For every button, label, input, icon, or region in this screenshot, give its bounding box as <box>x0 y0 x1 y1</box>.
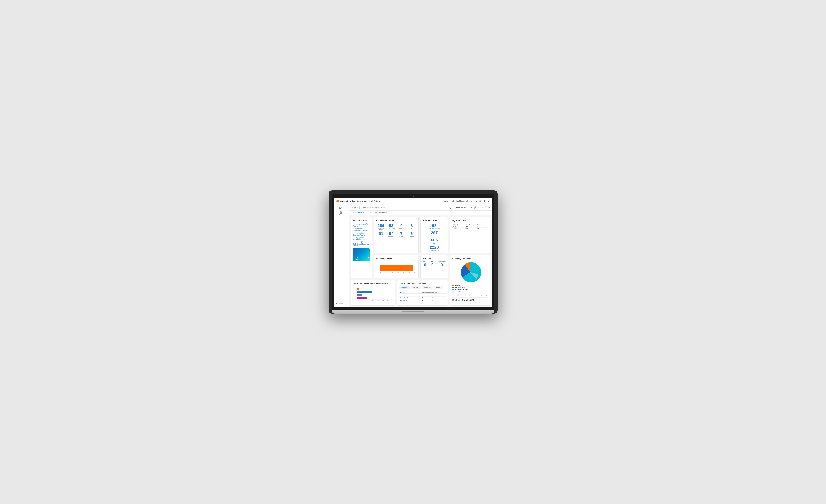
header-right: hawkupgrade_July22-fromselfservice ▾ 🔍 👤… <box>444 200 490 202</box>
stat-label-metric: METRIC <box>407 236 416 238</box>
pie-note: Domain (4), Sub Domain (52), Business Te… <box>453 294 488 296</box>
stat-calculation: 2223 <box>423 245 446 250</box>
glossary-card: Glossary Assets 0 <box>374 255 419 278</box>
browse-by-label: Browse By <box>454 206 463 208</box>
cloud-tabs: Tableau ... ADLS C... AmazonS... Datab..… <box>400 286 446 289</box>
legend-dot-domain <box>453 285 454 286</box>
table-icon[interactable]: ⊞ <box>464 206 466 209</box>
help-link-technical[interactable]: Understanding Technical Assets <box>353 237 370 240</box>
stat-column: 605 <box>423 238 446 243</box>
help-link-browse[interactable]: Browse & Search for Assets <box>353 223 370 227</box>
database-icon[interactable]: 🗄 <box>467 206 469 209</box>
stat-process: 54 PROCESS <box>387 231 396 237</box>
jobs-stats: FAILED 0 RUNNING 0 COMPLETED 0 <box>423 261 446 267</box>
cloud-row-1-name[interactable]: Customer Order Test <box>400 294 421 297</box>
help-link-lineage[interactable]: Data Lineage <box>353 241 370 243</box>
legend-dot-subdomain <box>453 287 454 288</box>
tag-icon[interactable]: 🏷 <box>482 206 484 209</box>
search-input[interactable] <box>363 206 448 208</box>
issue-link-1[interactable]: Produ... <box>453 225 464 228</box>
business-bar-chart: 0 25 50 75 100 125 150 175 <box>353 286 393 303</box>
pie-chart-container: Domain: 4 Sub Domain: 52 Business Term: … <box>453 261 488 296</box>
search-type-select[interactable]: Basic ▾ <box>351 206 360 209</box>
job-label-failed: FAILED <box>423 261 427 263</box>
cloud-row-3-name[interactable]: Monthly Call <box>400 300 421 303</box>
app-logo: Informatica Data Governance and Catalog <box>336 200 381 203</box>
help-links: Browse & Search for Assets Create Assets… <box>353 223 370 247</box>
collapse-label: Collapse <box>338 303 344 305</box>
legend-subdomain: Sub Domain: 52 <box>453 287 488 288</box>
table-row: Edited... Open Wei... <box>453 228 488 230</box>
search-type-value: Basic <box>352 206 357 208</box>
copy-icon[interactable]: ⧉ <box>488 206 490 209</box>
tabs-more-button[interactable]: ··· <box>488 211 490 214</box>
cloud-tab-tableau[interactable]: Tableau ... <box>400 286 410 289</box>
technical-card: Technical Assets 98 CATALOG SOURCE 297 T… <box>420 217 448 254</box>
table-row: Customer Order Test Tableau_sales_kpis <box>400 294 446 297</box>
issue-link-2[interactable]: Edited... <box>453 228 464 230</box>
svg-rect-15 <box>357 294 362 296</box>
search-input-wrap: 🔍 <box>361 206 453 209</box>
help-link-create[interactable]: Create Assets <box>353 228 370 229</box>
legend-label-business-term: Business Term: 186 <box>455 289 468 290</box>
business-assets-title: Business Assets without Ownership <box>353 282 393 285</box>
stat-value-sub-domain: 52 <box>387 223 396 228</box>
help-link-workflows[interactable]: Workflows & Tickets <box>353 230 370 232</box>
cloud-tab-amazon[interactable]: AmazonS... <box>422 286 433 289</box>
glossary-concepts-card: Glossary Concepts <box>450 255 490 306</box>
help-link-business[interactable]: Understanding Business Assets <box>353 232 370 236</box>
new-label: New <box>338 207 341 209</box>
jobs-title: My Jobs <box>423 258 446 260</box>
tab-dg-dq[interactable]: DG & DQ Dashboard <box>368 210 390 215</box>
collapse-button[interactable]: ◀ Collapse <box>334 301 349 306</box>
svg-text:250: 250 <box>407 272 410 273</box>
legend-business-term: Business Term: 186 <box>453 289 488 290</box>
cloud-row-2-source: Tableau_sales_kpis <box>422 297 446 300</box>
concepts-title: Glossary Concepts <box>453 258 488 260</box>
svg-text:100: 100 <box>377 300 379 302</box>
svg-text:25: 25 <box>362 300 363 302</box>
table-row: Monthly Call Tableau_sales_kpis <box>400 300 446 303</box>
tab-my-dashboard[interactable]: My Dashboard <box>351 210 367 215</box>
search-bar: Basic ▾ 🔍 Browse By ⊞ 🗄 ☁ 🔗 <box>349 205 492 210</box>
cloud-tab-db[interactable]: Datab... <box>434 286 443 289</box>
cloud-tab-adls[interactable]: ADLS C... <box>411 286 421 289</box>
glossary-bar-chart: 0 0 50 100 150 <box>376 261 416 276</box>
informatica-logo-icon <box>336 200 339 203</box>
jobs-card: My Jobs FAILED 0 RUNNING 0 <box>420 255 448 278</box>
svg-rect-13 <box>357 288 359 290</box>
stat-value-process: 54 <box>387 231 396 236</box>
svg-rect-3 <box>380 265 413 271</box>
help-link-bulk[interactable]: Bulk Upload Business Assets <box>353 243 370 247</box>
business-chart-svg: 0 25 50 75 100 125 150 175 <box>353 286 393 303</box>
cloud-col-name: Name <box>400 291 421 294</box>
legend-dot-metric <box>453 291 454 292</box>
stat-policy: 91 POLICY <box>376 231 386 237</box>
stat-label-system: SYSTEM <box>397 236 406 238</box>
settings-icon[interactable]: ⚙ <box>478 206 480 209</box>
governance-card: Governance Assets 186 BUSINESS TERM 52 S… <box>374 217 419 254</box>
issue-status-1: Open <box>464 225 476 228</box>
sidebar-item-home[interactable]: 🏠 Home <box>334 210 349 217</box>
link-icon[interactable]: 🔗 <box>474 206 476 209</box>
cloud-icon[interactable]: ☁ <box>470 206 473 209</box>
search-icon[interactable]: 🔍 <box>479 200 481 202</box>
help-card-title: Help for Gettin... <box>353 219 370 222</box>
help-icon[interactable]: ❓ <box>487 200 490 202</box>
stat-value-data-set: 8 <box>407 223 416 228</box>
sidebar: + New 🏠 Home ◀ Collapse <box>334 205 349 308</box>
stat-tech-data-set: 297 <box>423 231 446 235</box>
legend-domain: Domain: 4 <box>453 285 488 286</box>
issues-col-asset: Asset n... <box>476 223 488 226</box>
svg-text:50: 50 <box>385 272 387 273</box>
cloud-row-2-name[interactable]: through_athana <box>400 297 421 300</box>
job-running: RUNNING 0 <box>429 261 435 267</box>
user-icon[interactable]: 👤 <box>483 200 486 202</box>
list-icon[interactable]: ☰ <box>485 206 487 209</box>
cde-title: Business Term by CDE <box>453 298 488 301</box>
job-value-running: 0 <box>429 263 435 267</box>
tabs-bar: My Dashboard DG & DQ Dashboard ··· <box>349 210 492 215</box>
stat-metric: 6 METRIC <box>407 231 416 237</box>
new-button[interactable]: + New <box>334 206 349 210</box>
stat-label-process: PROCESS <box>387 236 396 238</box>
